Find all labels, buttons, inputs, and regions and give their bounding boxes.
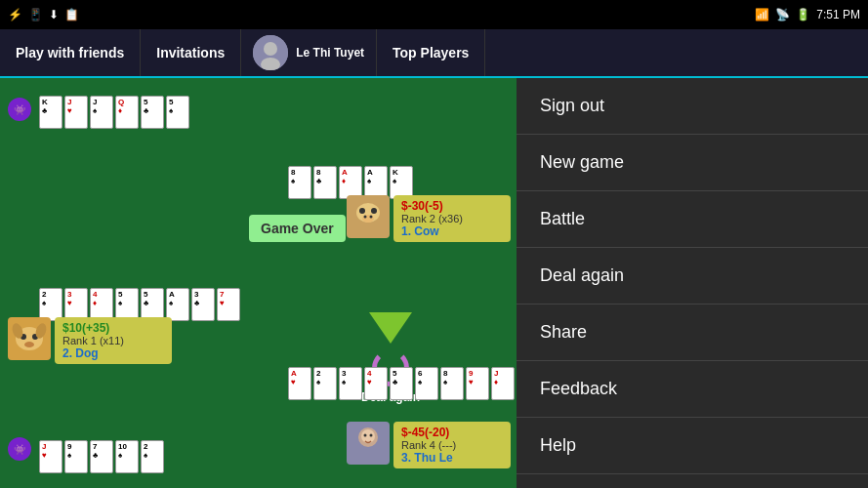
- card: J♠: [90, 96, 113, 129]
- game-over-banner: Game Over: [249, 215, 346, 242]
- card: A♥: [288, 367, 311, 400]
- svg-point-5: [359, 208, 365, 214]
- dog-avatar: [8, 317, 51, 360]
- tab-play-friends-label: Play with friends: [16, 45, 124, 61]
- card: J♥: [64, 96, 88, 129]
- card: 4♥: [364, 367, 388, 400]
- thu-le-stats-box: $-45(-20) Rank 4 (---) 3. Thu Le: [393, 422, 511, 468]
- battery-icon: 🔋: [796, 8, 810, 21]
- card: 3♥: [64, 288, 88, 321]
- thu-le-avatar: [347, 422, 390, 465]
- card: 2♠: [141, 440, 164, 473]
- svg-point-9: [370, 216, 373, 219]
- menu-share[interactable]: Share: [517, 305, 868, 361]
- menu-new-game[interactable]: New game: [517, 135, 868, 191]
- card: A♠: [364, 166, 388, 199]
- card: 2♠: [313, 367, 337, 400]
- card: 2♠: [39, 288, 62, 321]
- card: 7♣: [90, 440, 113, 473]
- cards-top-right: 8♠ 8♣ A♦ A♠ K♠: [288, 166, 413, 199]
- share-label: Share: [540, 322, 587, 343]
- menu-battle[interactable]: Battle: [517, 191, 868, 248]
- card: 3♠: [339, 367, 362, 400]
- card: 5♠: [115, 288, 139, 321]
- clipboard-icon: 📋: [64, 8, 79, 21]
- tab-play-friends[interactable]: Play with friends: [0, 29, 141, 76]
- card: A♠: [166, 288, 189, 321]
- card: J♥: [39, 440, 62, 473]
- dog-rank-info: Rank 1 (x11): [62, 335, 164, 346]
- card: J♦: [491, 367, 515, 400]
- svg-point-8: [364, 216, 367, 219]
- card: Q♦: [115, 96, 139, 129]
- tab-invitations[interactable]: Invitations: [141, 29, 241, 76]
- tab-invitations-label: Invitations: [156, 45, 225, 61]
- card: 7♥: [217, 288, 240, 321]
- card: 5♣: [141, 288, 164, 321]
- game-area: 👾 K♣ J♥ J♠ Q♦ 5♣ 5♠ 8♠ 8♣ A♦ A♠ K♠ $-30(…: [0, 78, 517, 488]
- cow-money: $-30(-5): [401, 199, 503, 213]
- thu-le-name: 3. Thu Le: [401, 451, 503, 465]
- player-top-left-icon: 👾: [8, 98, 31, 121]
- card: K♣: [39, 96, 62, 129]
- signal-icon: 📡: [775, 8, 790, 21]
- dog-stats-box: $10(+35) Rank 1 (x11) 2. Dog: [55, 317, 172, 364]
- svg-point-21: [370, 434, 373, 437]
- card: 9♥: [466, 367, 489, 400]
- time-display: 7:51 PM: [816, 8, 860, 21]
- thu-le-player-area: $-45(-20) Rank 4 (---) 3. Thu Le: [347, 422, 511, 468]
- profile-avatar: [253, 35, 288, 70]
- card: K♠: [390, 166, 413, 199]
- card: 5♣: [390, 367, 413, 400]
- cow-player-area: $-30(-5) Rank 2 (x36) 1. Cow: [347, 195, 511, 242]
- card: 9♠: [64, 440, 88, 473]
- cow-rank-info: Rank 2 (x36): [401, 213, 503, 224]
- tab-top-players-label: Top Players: [393, 45, 469, 61]
- menu-help[interactable]: Help: [517, 418, 868, 474]
- cards-bottom-left: J♥ 9♠ 7♣ 10♠ 2♠: [39, 440, 164, 473]
- cow-name: 1. Cow: [401, 224, 503, 238]
- dog-player-area: $10(+35) Rank 1 (x11) 2. Dog: [8, 317, 172, 364]
- menu-deal-again[interactable]: Deal again: [517, 248, 868, 305]
- download-icon: ⬇: [49, 8, 59, 21]
- profile-name: Le Thi Tuyet: [296, 46, 364, 60]
- cow-avatar: [347, 195, 390, 238]
- card: 8♠: [440, 367, 464, 400]
- deal-arrow-icon: [369, 312, 412, 344]
- wifi-icon: 📶: [755, 8, 769, 21]
- status-left-icons: ⚡ 📱 ⬇ 📋: [8, 8, 79, 21]
- sim-icon: 📱: [28, 8, 43, 21]
- card: 5♠: [166, 96, 189, 129]
- cards-dog-row: 2♠ 3♥ 4♦ 5♠ 5♣ A♠ 3♣ 7♥: [39, 288, 240, 321]
- status-bar: ⚡ 📱 ⬇ 📋 📶 📡 🔋 7:51 PM: [0, 0, 868, 29]
- card: 4♦: [90, 288, 113, 321]
- tab-bar: Play with friends Invitations Le Thi Tuy…: [0, 29, 868, 78]
- tab-top-players[interactable]: Top Players: [377, 29, 485, 76]
- svg-point-1: [264, 42, 277, 56]
- svg-point-19: [361, 429, 375, 443]
- card: A♦: [339, 166, 362, 199]
- cow-stats-box: $-30(-5) Rank 2 (x36) 1. Cow: [393, 195, 511, 242]
- card: 10♠: [115, 440, 139, 473]
- battle-label: Battle: [540, 209, 585, 229]
- card: 3♣: [191, 288, 215, 321]
- deal-again-menu-label: Deal again: [540, 265, 624, 286]
- svg-point-6: [371, 208, 377, 214]
- svg-point-20: [364, 434, 367, 437]
- dog-money: $10(+35): [62, 321, 164, 335]
- cards-top-left: K♣ J♥ J♠ Q♦ 5♣ 5♠: [39, 96, 189, 129]
- menu-feedback[interactable]: Feedback: [517, 361, 868, 418]
- dog-name: 2. Dog: [62, 346, 164, 360]
- game-over-text: Game Over: [261, 221, 334, 236]
- player-bottom-left-icon: 👾: [8, 437, 31, 461]
- svg-point-14: [24, 342, 34, 347]
- usb-icon: ⚡: [8, 8, 22, 21]
- status-right-icons: 📶 📡 🔋 7:51 PM: [755, 8, 860, 21]
- new-game-label: New game: [540, 152, 624, 173]
- menu-sign-out[interactable]: Sign out: [517, 78, 868, 135]
- thu-le-rank-info: Rank 4 (---): [401, 439, 503, 451]
- tab-profile[interactable]: Le Thi Tuyet: [241, 29, 377, 76]
- help-label: Help: [540, 435, 576, 456]
- card: 8♣: [313, 166, 337, 199]
- feedback-label: Feedback: [540, 379, 617, 399]
